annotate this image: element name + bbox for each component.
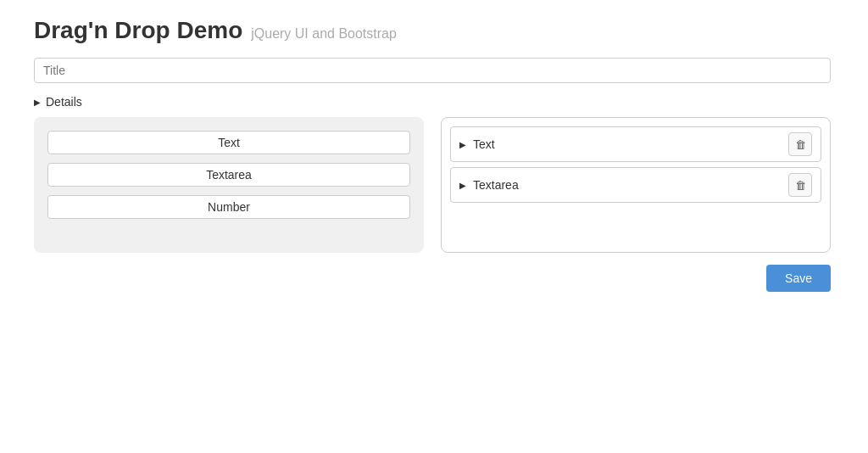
- delete-text-button[interactable]: 🗑: [788, 132, 812, 156]
- save-button[interactable]: Save: [766, 265, 831, 292]
- drop-item-textarea-arrow: ▶: [459, 181, 466, 190]
- page-title-main: Drag'n Drop Demo: [34, 17, 242, 44]
- save-area: Save: [34, 265, 831, 292]
- title-input[interactable]: [34, 58, 831, 83]
- details-section: ▶ Details Text Textarea Number ▶ Text 🗑: [34, 95, 834, 253]
- drop-item-text-left: ▶ Text: [459, 137, 495, 151]
- drop-item-text: ▶ Text 🗑: [450, 126, 821, 162]
- details-label: Details: [46, 95, 82, 109]
- drop-item-textarea-label: Textarea: [473, 178, 519, 192]
- drop-item-text-label: Text: [473, 137, 495, 151]
- drag-item-textarea[interactable]: Textarea: [47, 163, 410, 187]
- page-header: Drag'n Drop Demo jQuery UI and Bootstrap: [34, 17, 834, 44]
- drop-item-textarea: ▶ Textarea 🗑: [450, 167, 821, 203]
- drop-item-text-arrow: ▶: [459, 140, 466, 149]
- details-toggle[interactable]: ▶ Details: [34, 95, 834, 109]
- drop-item-textarea-left: ▶ Textarea: [459, 178, 519, 192]
- page-title-sub: jQuery UI and Bootstrap: [251, 26, 397, 42]
- drag-item-text[interactable]: Text: [47, 131, 410, 154]
- trash-icon-2: 🗑: [795, 179, 806, 192]
- delete-textarea-button[interactable]: 🗑: [788, 173, 812, 197]
- right-panel: ▶ Text 🗑 ▶ Textarea 🗑: [441, 117, 831, 253]
- drag-item-number[interactable]: Number: [47, 195, 410, 219]
- main-content: Text Textarea Number ▶ Text 🗑 ▶ Textare: [34, 117, 831, 253]
- left-panel: Text Textarea Number: [34, 117, 424, 253]
- trash-icon: 🗑: [795, 138, 806, 151]
- details-arrow: ▶: [34, 98, 41, 107]
